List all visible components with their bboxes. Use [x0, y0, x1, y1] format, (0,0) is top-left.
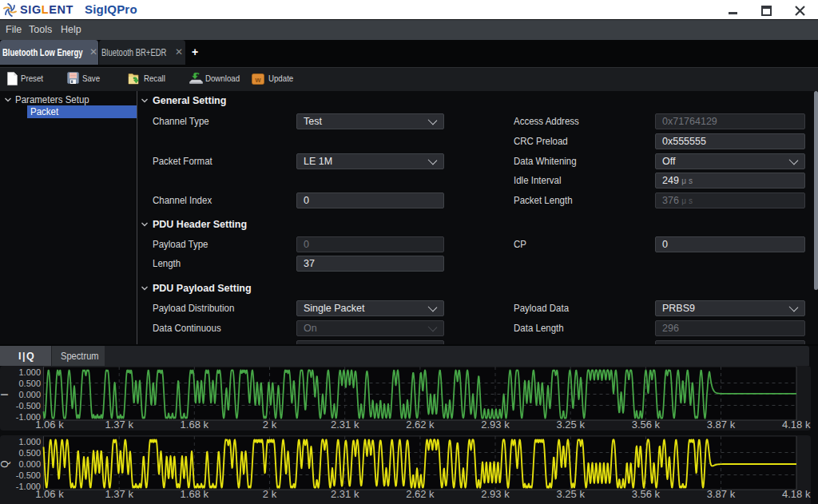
- svg-text:4.18 k: 4.18 k: [782, 488, 811, 500]
- svg-text:3.25 k: 3.25 k: [556, 488, 585, 500]
- svg-text:2 k: 2 k: [263, 419, 277, 431]
- svg-text:3.56 k: 3.56 k: [632, 488, 661, 500]
- svg-text:-0.500: -0.500: [16, 470, 41, 480]
- svg-text:1.06 k: 1.06 k: [35, 488, 64, 500]
- svg-text:1.68 k: 1.68 k: [181, 488, 209, 500]
- svg-text:1.68 k: 1.68 k: [181, 419, 209, 431]
- svg-text:-0.500: -0.500: [16, 401, 41, 411]
- svg-text:0.500: 0.500: [18, 448, 41, 458]
- svg-text:1.37 k: 1.37 k: [105, 419, 133, 431]
- svg-text:3.87 k: 3.87 k: [707, 488, 736, 500]
- svg-text:1.06 k: 1.06 k: [35, 419, 64, 431]
- svg-text:2.31 k: 2.31 k: [331, 488, 359, 500]
- svg-text:2.62 k: 2.62 k: [406, 488, 435, 500]
- svg-text:4.18 k: 4.18 k: [782, 419, 811, 431]
- svg-text:3.87 k: 3.87 k: [707, 419, 736, 431]
- svg-text:3.25 k: 3.25 k: [556, 419, 585, 431]
- svg-text:1.000: 1.000: [18, 367, 41, 377]
- svg-text:2.31 k: 2.31 k: [331, 419, 359, 431]
- svg-text:w: w: [254, 76, 261, 84]
- svg-text:2 k: 2 k: [263, 488, 277, 500]
- svg-text:3.56 k: 3.56 k: [632, 419, 661, 431]
- svg-text:0.000: 0.000: [18, 390, 41, 399]
- svg-text:1.37 k: 1.37 k: [105, 488, 133, 500]
- svg-text:2.93 k: 2.93 k: [481, 488, 510, 500]
- svg-text:2.93 k: 2.93 k: [481, 419, 510, 431]
- svg-text:1.000: 1.000: [18, 437, 41, 446]
- svg-text:0.500: 0.500: [18, 379, 41, 388]
- svg-text:0.000: 0.000: [18, 459, 41, 469]
- svg-text:2.62 k: 2.62 k: [406, 419, 435, 431]
